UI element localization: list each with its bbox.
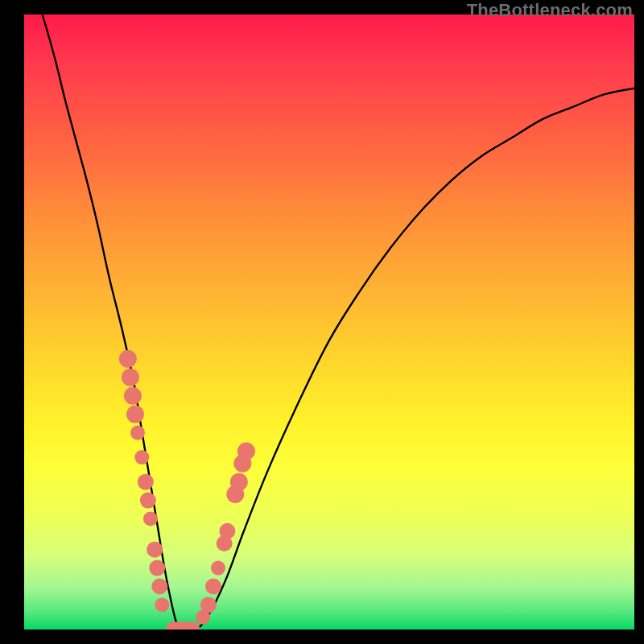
curve-marker bbox=[149, 560, 165, 576]
chart-overlay bbox=[24, 14, 634, 630]
chart-frame: TheBottleneck.com bbox=[0, 0, 644, 644]
curve-marker bbox=[140, 493, 156, 509]
watermark-text: TheBottleneck.com bbox=[467, 0, 633, 21]
curve-marker bbox=[143, 511, 158, 526]
bottleneck-curve bbox=[43, 14, 634, 630]
curve-marker bbox=[122, 369, 139, 386]
curve-marker bbox=[219, 523, 235, 539]
curve-marker bbox=[151, 579, 167, 595]
curve-marker bbox=[237, 442, 255, 460]
curve-marker bbox=[230, 473, 248, 491]
curve-markers bbox=[119, 350, 255, 630]
curve-marker bbox=[130, 426, 145, 440]
curve-marker bbox=[211, 561, 225, 576]
curve-marker bbox=[155, 597, 169, 612]
plot-area bbox=[24, 14, 634, 630]
curve-marker bbox=[126, 406, 144, 423]
curve-marker bbox=[200, 597, 217, 613]
curve-marker bbox=[124, 387, 142, 405]
curve-marker bbox=[138, 474, 154, 490]
curve-marker bbox=[147, 542, 163, 558]
curve-marker bbox=[205, 579, 221, 595]
curve-marker bbox=[134, 450, 149, 464]
curve-marker bbox=[119, 350, 137, 368]
